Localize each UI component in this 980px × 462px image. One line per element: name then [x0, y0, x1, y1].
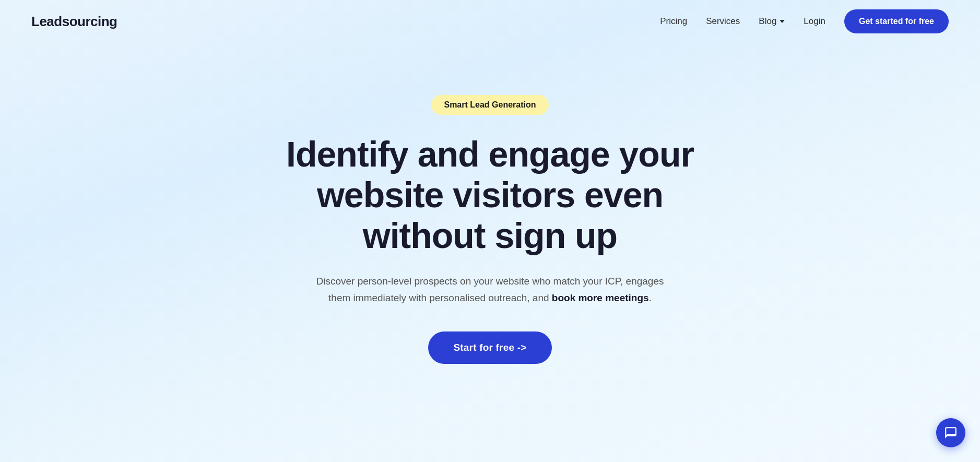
- get-started-button[interactable]: Get started for free: [844, 9, 949, 33]
- chat-bubble-icon: [944, 426, 958, 440]
- nav-links: Pricing Services Blog Login Get started …: [660, 9, 949, 33]
- navbar: Leadsourcing Pricing Services Blog Login…: [0, 0, 980, 43]
- hero-badge: Smart Lead Generation: [431, 95, 548, 115]
- nav-item-services[interactable]: Services: [706, 16, 740, 26]
- chevron-down-icon: [780, 20, 785, 23]
- nav-item-pricing[interactable]: Pricing: [660, 16, 687, 26]
- hero-section: Smart Lead Generation Identify and engag…: [177, 43, 804, 395]
- nav-item-login[interactable]: Login: [804, 16, 825, 26]
- nav-item-blog[interactable]: Blog: [759, 16, 785, 27]
- logo[interactable]: Leadsourcing: [31, 14, 117, 30]
- chat-widget[interactable]: [936, 418, 965, 447]
- hero-subtitle: Discover person-level prospects on your …: [308, 273, 673, 307]
- hero-title: Identify and engage your website visitor…: [234, 134, 746, 256]
- start-free-button[interactable]: Start for free ->: [428, 331, 551, 364]
